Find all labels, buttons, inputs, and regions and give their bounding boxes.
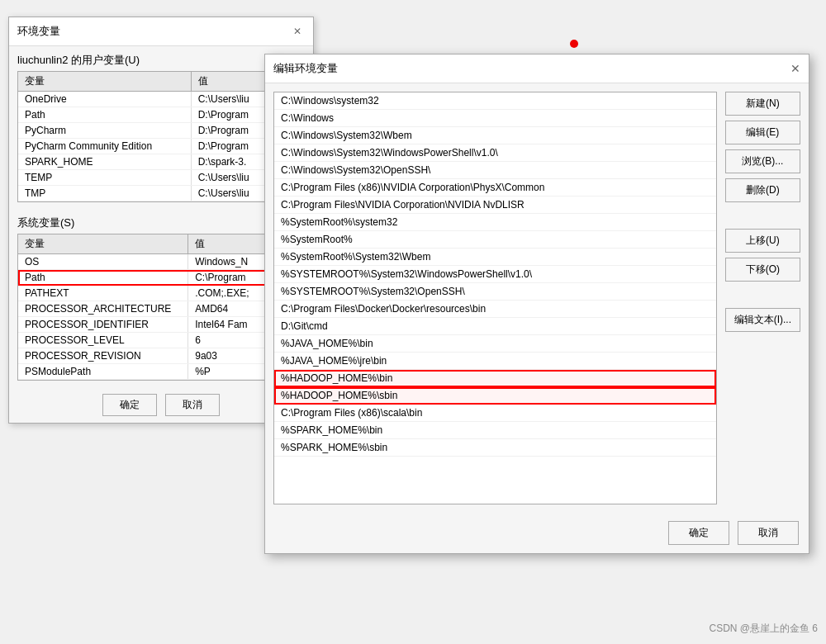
edit-title-bar: 编辑环境变量 ✕ (265, 54, 809, 83)
sys-table-row[interactable]: PROCESSOR_REVISION9a03 (18, 348, 304, 364)
path-list-container[interactable]: C:\Windows\system32C:\WindowsC:\Windows\… (273, 92, 717, 504)
path-list-item[interactable]: C:\Program Files (x86)\scala\bin (274, 405, 716, 422)
path-list-item[interactable]: C:\Windows\System32\Wbem (274, 127, 716, 144)
path-list-item[interactable]: %SYSTEMROOT%\System32\WindowsPowerShell\… (274, 266, 716, 283)
watermark: CSDN @悬崖上的金鱼 6 (709, 622, 818, 636)
path-list-item[interactable]: C:\Windows\system32 (274, 92, 716, 110)
user-var-name: SPARK_HOME (18, 154, 191, 170)
sys-table-row[interactable]: PROCESSOR_IDENTIFIERIntel64 Fam (18, 317, 304, 333)
user-table-row[interactable]: TEMPC:\Users\liu (18, 170, 304, 186)
user-table-row[interactable]: TMPC:\Users\liu (18, 186, 304, 201)
path-list-item[interactable]: %SystemRoot%\System32\Wbem (274, 249, 716, 266)
edit-cancel-button[interactable]: 取消 (738, 521, 799, 545)
sys-table-row[interactable]: PROCESSOR_ARCHITECTUREAMD64 (18, 301, 304, 317)
path-list-item[interactable]: %SystemRoot% (274, 231, 716, 249)
path-list-item[interactable]: %SPARK_HOME%\bin (274, 422, 716, 439)
edit-dialog-title: 编辑环境变量 (273, 61, 338, 76)
user-table-row[interactable]: PyCharm Community EditionD:\Program (18, 139, 304, 154)
edit-ok-button[interactable]: 确定 (668, 521, 729, 545)
user-col-var: 变量 (18, 72, 191, 92)
edit-close-button[interactable]: ✕ (790, 62, 800, 75)
sys-table-row[interactable]: PROCESSOR_LEVEL6 (18, 333, 304, 348)
sys-table-row[interactable]: OSWindows_N (18, 254, 304, 270)
edit-text-button[interactable]: 编辑文本(I)... (725, 308, 800, 332)
browse-button[interactable]: 浏览(B)... (725, 149, 800, 173)
edit-dialog-content: C:\Windows\system32C:\WindowsC:\Windows\… (265, 83, 809, 513)
sys-var-name: PROCESSOR_IDENTIFIER (18, 317, 188, 333)
path-list-item[interactable]: %JAVA_HOME%\bin (274, 335, 716, 353)
path-list-item[interactable]: C:\Program Files\NVIDIA Corporation\NVID… (274, 197, 716, 214)
red-dot-indicator (570, 40, 578, 48)
path-list-item[interactable]: %SPARK_HOME%\sbin (274, 439, 716, 457)
path-list-item[interactable]: C:\Windows\System32\OpenSSH\ (274, 162, 716, 179)
sys-table-row[interactable]: PATHEXT.COM;.EXE; (18, 286, 304, 301)
sys-var-name: PROCESSOR_REVISION (18, 348, 188, 364)
sys-var-name: OS (18, 254, 188, 270)
user-table-row[interactable]: PyCharmD:\Program (18, 123, 304, 139)
user-table-row[interactable]: OneDriveC:\Users\liu (18, 92, 304, 107)
env-title-bar: 环境变量 ✕ (9, 17, 313, 46)
path-list-item[interactable]: C:\Windows\System32\WindowsPowerShell\v1… (274, 144, 716, 162)
path-list-item[interactable]: %SYSTEMROOT%\System32\OpenSSH\ (274, 283, 716, 301)
path-list-item[interactable]: D:\Git\cmd (274, 318, 716, 335)
user-var-name: PyCharm Community Edition (18, 139, 191, 154)
new-button[interactable]: 新建(N) (725, 92, 800, 116)
buttons-spacer2 (725, 286, 800, 303)
path-list-item[interactable]: C:\Program Files (x86)\NVIDIA Corporatio… (274, 179, 716, 197)
user-var-name: Path (18, 107, 191, 123)
user-var-name: PyCharm (18, 123, 191, 139)
sys-vars-table-container: 变量 值 OSWindows_NPathC:\ProgramPATHEXT.CO… (17, 234, 305, 381)
side-buttons: 新建(N) 编辑(E) 浏览(B)... 删除(D) 上移(U) 下移(O) 编… (725, 92, 800, 504)
sys-var-name: PROCESSOR_ARCHITECTURE (18, 301, 188, 317)
sys-col-var: 变量 (18, 234, 188, 254)
env-title: 环境变量 (17, 24, 60, 39)
sys-var-name: Path (18, 270, 188, 286)
env-ok-button[interactable]: 确定 (102, 394, 157, 416)
sys-table-row[interactable]: PathC:\Program (18, 270, 304, 286)
path-list-item[interactable]: %JAVA_HOME%\jre\bin (274, 353, 716, 370)
sys-var-name: PROCESSOR_LEVEL (18, 333, 188, 348)
path-list-item[interactable]: %HADOOP_HOME%\sbin (274, 387, 716, 405)
sys-vars-table: 变量 值 OSWindows_NPathC:\ProgramPATHEXT.CO… (18, 234, 304, 380)
path-list-item[interactable]: C:\Windows (274, 110, 716, 127)
user-var-name: OneDrive (18, 92, 191, 107)
path-list-item[interactable]: C:\Program Files\Docker\Docker\resources… (274, 301, 716, 318)
buttons-spacer (725, 207, 800, 224)
path-list-item[interactable]: %HADOOP_HOME%\bin (274, 370, 716, 387)
user-var-name: TMP (18, 186, 191, 201)
user-var-name: TEMP (18, 170, 191, 186)
edit-env-dialog: 编辑环境变量 ✕ C:\Windows\system32C:\WindowsC:… (264, 54, 809, 554)
move-up-button[interactable]: 上移(U) (725, 229, 800, 253)
edit-button[interactable]: 编辑(E) (725, 121, 800, 144)
user-table-row[interactable]: PathD:\Program (18, 107, 304, 123)
user-table-row[interactable]: SPARK_HOMED:\spark-3. (18, 154, 304, 170)
sys-table-row[interactable]: PSModulePath%P (18, 364, 304, 380)
user-vars-table-container: 变量 值 OneDriveC:\Users\liuPathD:\ProgramP… (17, 71, 305, 202)
move-down-button[interactable]: 下移(O) (725, 258, 800, 282)
path-list: C:\Windows\system32C:\WindowsC:\Windows\… (274, 92, 716, 457)
path-list-item[interactable]: %SystemRoot%\system32 (274, 214, 716, 231)
sys-var-name: PSModulePath (18, 364, 188, 380)
env-cancel-button[interactable]: 取消 (165, 394, 220, 416)
delete-button[interactable]: 删除(D) (725, 178, 800, 202)
env-close-button[interactable]: ✕ (290, 24, 305, 39)
sys-var-name: PATHEXT (18, 286, 188, 301)
edit-dialog-footer: 确定 取消 (265, 513, 809, 553)
user-vars-table: 变量 值 OneDriveC:\Users\liuPathD:\ProgramP… (18, 72, 304, 201)
